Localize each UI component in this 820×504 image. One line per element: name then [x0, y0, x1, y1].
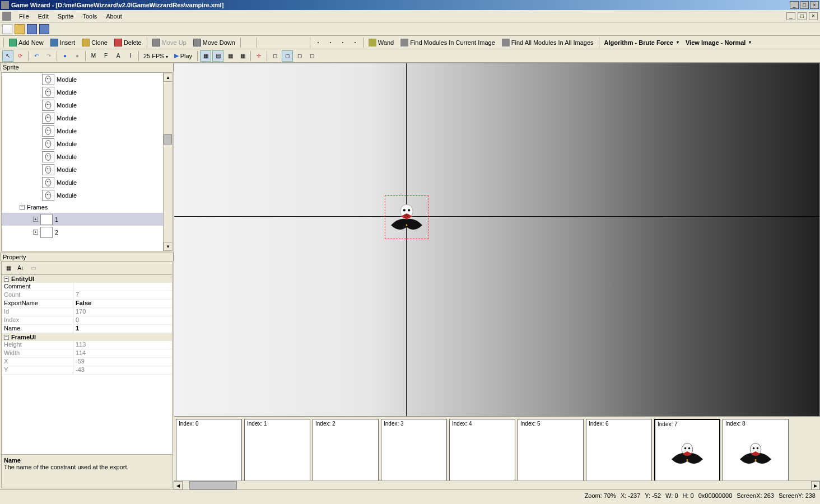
prop-value[interactable]: 114 — [73, 349, 172, 357]
delete-button[interactable]: Delete — [111, 37, 145, 48]
save-all-icon[interactable] — [39, 24, 49, 34]
redo-icon[interactable]: ↷ — [43, 50, 54, 62]
mode-f-button[interactable]: F — [100, 50, 111, 62]
frame-cell[interactable]: Index: 1 — [244, 419, 310, 480]
move-up-button[interactable]: Move Up — [150, 37, 189, 48]
frame-cell[interactable]: Index: 4 — [449, 419, 515, 480]
flip-icon[interactable] — [259, 37, 271, 48]
rotate-left-icon[interactable] — [284, 37, 295, 48]
layout1-icon[interactable] — [313, 37, 324, 48]
prop-pages-icon[interactable]: ▭ — [27, 263, 39, 274]
scroll-right-icon[interactable]: ▶ — [811, 481, 820, 490]
play-button[interactable]: ▶Play — [171, 50, 195, 62]
property-row[interactable]: Y-43 — [2, 366, 172, 375]
frame-cell[interactable]: Index: 6 — [586, 419, 652, 480]
grid2-icon[interactable]: ▦ — [237, 50, 248, 62]
property-row[interactable]: Count7 — [2, 291, 172, 300]
tree-module-item[interactable]: Module — [2, 163, 172, 176]
find-all-modules-button[interactable]: Find All Modules In All Images — [499, 37, 597, 48]
mdi-minimize-button[interactable]: _ — [786, 12, 795, 20]
tree-frame-item[interactable]: +1 — [2, 213, 172, 226]
scroll-thumb[interactable] — [164, 134, 172, 144]
tree-module-item[interactable]: Module — [2, 176, 172, 189]
prop-cat-frameui[interactable]: −FrameUI — [2, 333, 172, 341]
prop-value[interactable]: 170 — [73, 308, 172, 316]
grid1-icon[interactable]: ▦ — [225, 50, 236, 62]
add-new-button[interactable]: Add New — [6, 37, 46, 48]
minimize-button[interactable]: _ — [790, 1, 799, 9]
view-image-dropdown[interactable]: View Image - Normal — [683, 37, 754, 48]
refresh-icon[interactable]: ⟳ — [15, 50, 26, 62]
save-icon[interactable] — [27, 24, 37, 34]
mdi-restore-button[interactable]: □ — [798, 12, 807, 20]
layout2-icon[interactable] — [325, 37, 336, 48]
view1-icon[interactable]: ▦ — [200, 50, 211, 62]
property-row[interactable]: Index0 — [2, 316, 172, 325]
move-tool-icon[interactable] — [243, 37, 254, 48]
property-row[interactable]: ExportNameFalse — [2, 300, 172, 308]
prop-value[interactable]: 113 — [73, 341, 172, 349]
new-icon[interactable] — [2, 24, 12, 34]
frame-cell[interactable]: Index: 2 — [313, 419, 379, 480]
collapse-icon[interactable]: − — [20, 205, 25, 210]
frame-cell[interactable]: Index: 3 — [381, 419, 447, 480]
mdi-close-button[interactable]: × — [809, 12, 818, 20]
menu-sprite[interactable]: Sprite — [53, 12, 78, 21]
tree-frame-item[interactable]: +2 — [2, 226, 172, 239]
view2-icon[interactable]: ▤ — [212, 50, 223, 62]
expand-icon[interactable]: + — [33, 230, 38, 235]
frame-cell[interactable]: Index: 8 — [723, 419, 789, 480]
wand-button[interactable]: Wand — [366, 37, 397, 48]
tree-module-item[interactable]: Module — [2, 99, 172, 111]
prop-value[interactable]: -43 — [73, 366, 172, 374]
property-row[interactable]: Height113 — [2, 341, 172, 349]
close-button[interactable]: × — [810, 1, 819, 9]
prop-value[interactable]: False — [73, 300, 172, 307]
tree-module-item[interactable]: Module — [2, 86, 172, 99]
mode-i-button[interactable]: I — [125, 50, 136, 62]
sel3-icon[interactable]: ◻ — [294, 50, 305, 62]
tree-scrollbar[interactable]: ▲ ▼ — [163, 73, 172, 251]
strip-scroll-thumb[interactable] — [189, 481, 237, 489]
property-row[interactable]: Comment — [2, 283, 172, 291]
prop-sort-icon[interactable]: A↓ — [15, 263, 26, 274]
mode-a-button[interactable]: A — [113, 50, 124, 62]
layout3-icon[interactable] — [337, 37, 348, 48]
globe-icon[interactable]: ● — [59, 50, 71, 62]
tree-module-item[interactable]: Module — [2, 137, 172, 150]
scroll-down-icon[interactable]: ▼ — [164, 242, 172, 251]
layout4-icon[interactable] — [350, 37, 361, 48]
fps-selector[interactable]: 25 FPS — [141, 53, 170, 59]
undo-icon[interactable]: ↶ — [31, 50, 42, 62]
sprite-selection[interactable] — [385, 195, 428, 239]
property-row[interactable]: Name1 — [2, 325, 172, 333]
prop-value[interactable]: -59 — [73, 358, 172, 366]
prop-categorize-icon[interactable]: ▦ — [3, 263, 14, 274]
tree-module-item[interactable]: Module — [2, 111, 172, 124]
find-modules-button[interactable]: Find Modules In Current Image — [398, 37, 498, 48]
frame-cell[interactable]: Index: 0 — [176, 419, 242, 480]
pointer-tool-icon[interactable]: ↖ — [2, 50, 13, 62]
rotate-right-icon[interactable] — [296, 37, 308, 48]
menu-about[interactable]: About — [101, 12, 127, 21]
menu-file[interactable]: File — [15, 12, 34, 21]
globe2-icon[interactable]: ● — [72, 50, 83, 62]
tree-module-item[interactable]: Module — [2, 73, 172, 86]
frame-cell[interactable]: Index: 7 — [654, 419, 720, 480]
sel4-icon[interactable]: ◻ — [306, 50, 318, 62]
insert-button[interactable]: Insert — [48, 37, 78, 48]
canvas[interactable] — [174, 63, 820, 417]
sel2-icon[interactable]: ◻ — [282, 50, 293, 62]
property-grid[interactable]: −EntityUI CommentCount7ExportNameFalseId… — [2, 275, 172, 454]
prop-value[interactable]: 1 — [73, 325, 172, 333]
clone-button[interactable]: Clone — [79, 37, 110, 48]
frame-cell[interactable]: Index: 5 — [518, 419, 584, 480]
prop-value[interactable]: 7 — [73, 291, 172, 299]
scroll-left-icon[interactable]: ◀ — [174, 481, 183, 490]
strip-scrollbar[interactable]: ◀ ▶ — [174, 480, 820, 489]
maximize-button[interactable]: □ — [800, 1, 809, 9]
menu-edit[interactable]: Edit — [34, 12, 53, 21]
sprite-tree[interactable]: ModuleModuleModuleModuleModuleModuleModu… — [2, 73, 172, 251]
property-row[interactable]: X-59 — [2, 358, 172, 366]
property-row[interactable]: Width114 — [2, 349, 172, 358]
